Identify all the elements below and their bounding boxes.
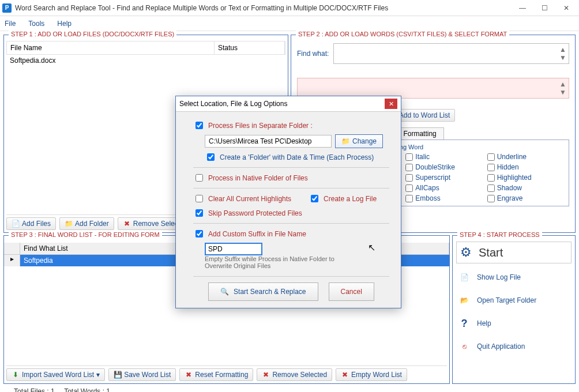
maximize-button[interactable]: ☐ bbox=[534, 2, 555, 14]
chk-shadow[interactable]: Shadow bbox=[487, 184, 565, 192]
chk-skip-password[interactable] bbox=[195, 209, 203, 217]
chk-process-separate[interactable] bbox=[195, 122, 203, 129]
cell-filename: Softpedia.docx bbox=[10, 56, 217, 65]
step4-panel: STEP 4 : START PROCESS ⚙ Start 📄 Show Lo… bbox=[452, 235, 576, 384]
chk-allcaps[interactable]: AllCaps bbox=[405, 184, 483, 192]
chk-hidden[interactable]: Hidden bbox=[487, 163, 565, 171]
chk-superscript[interactable]: Superscript bbox=[405, 174, 483, 182]
suffix-input[interactable] bbox=[205, 243, 262, 255]
change-folder-button[interactable]: 📁Change bbox=[335, 134, 383, 148]
dialog-title: Select Location, File & Log Options bbox=[179, 100, 385, 108]
folder-open-icon: 📂 bbox=[457, 293, 471, 307]
total-files-value: 1 bbox=[51, 387, 55, 392]
step1-title: STEP 1 : ADD OR LOAD FILES (DOC/DOCX/RTF… bbox=[9, 31, 176, 37]
table-row[interactable]: Softpedia.docx bbox=[6, 55, 285, 66]
reset-formatting-button[interactable]: ✖Reset Formatting bbox=[179, 368, 253, 381]
step1-table-header: File Name Status bbox=[6, 41, 285, 55]
dialog-close-button[interactable]: ✕ bbox=[385, 99, 397, 109]
col-filename[interactable]: File Name bbox=[7, 42, 215, 54]
chk-engrave[interactable]: Engrave bbox=[487, 194, 565, 202]
import-icon: ⬇ bbox=[12, 371, 20, 379]
add-files-icon: 📄 bbox=[12, 220, 20, 228]
totals-bar: Total Files : 1 Total Words : 1 bbox=[2, 385, 577, 392]
log-icon: 📄 bbox=[457, 270, 471, 284]
total-words-value: 1 bbox=[106, 387, 110, 392]
help-button[interactable]: ? Help bbox=[456, 314, 572, 333]
minimize-button[interactable]: — bbox=[512, 2, 533, 14]
col-status[interactable]: Status bbox=[215, 42, 285, 54]
empty-word-list-button[interactable]: ✖Empty Word List bbox=[336, 368, 407, 381]
empty-icon: ✖ bbox=[341, 371, 349, 379]
import-word-list-button[interactable]: ⬇Import Saved Word List ▾ bbox=[6, 368, 105, 381]
add-files-button[interactable]: 📄Add Files bbox=[6, 217, 56, 230]
find-what-label: Find what: bbox=[297, 50, 329, 58]
chk-create-log[interactable] bbox=[311, 195, 318, 202]
reset-icon: ✖ bbox=[185, 371, 193, 379]
chk-emboss[interactable]: Emboss bbox=[405, 194, 483, 202]
options-dialog: Select Location, File & Log Options ✕ Pr… bbox=[175, 96, 401, 308]
menubar: File Tools Help bbox=[0, 16, 579, 31]
step4-title: STEP 4 : START PROCESS bbox=[457, 231, 542, 238]
start-button[interactable]: ⚙ Start bbox=[456, 242, 572, 263]
step3-title: STEP 3 : FINAL WORD LIST - FOR EDITING F… bbox=[9, 231, 162, 238]
menu-file[interactable]: File bbox=[5, 20, 16, 28]
chk-italic[interactable]: Italic bbox=[405, 153, 483, 161]
chk-clear-highlights[interactable] bbox=[195, 195, 203, 202]
open-target-button[interactable]: 📂 Open Target Folder bbox=[456, 291, 572, 310]
chk-highlighted[interactable]: Highlighted bbox=[487, 174, 565, 182]
search-icon: 🔍 bbox=[220, 288, 229, 296]
chk-process-native[interactable] bbox=[195, 174, 203, 182]
show-log-button[interactable]: 📄 Show Log File bbox=[456, 268, 572, 287]
titlebar: P Word Search and Replace Tool - Find an… bbox=[0, 0, 579, 16]
cancel-button[interactable]: Cancel bbox=[329, 282, 374, 301]
row-marker: ▸ bbox=[4, 255, 20, 266]
menu-tools[interactable]: Tools bbox=[28, 20, 44, 28]
save-word-list-button[interactable]: 💾Save Word List bbox=[108, 368, 176, 381]
app-icon: P bbox=[2, 3, 12, 13]
remove-s3-icon: ✖ bbox=[262, 371, 270, 379]
start-search-replace-button[interactable]: 🔍Start Search & Replace bbox=[208, 282, 318, 301]
add-folder-icon: 📁 bbox=[65, 220, 73, 228]
gear-icon: ⚙ bbox=[459, 246, 473, 259]
step2-title: STEP 2 : ADD OR LOAD WORDS (CSV/TXT FILE… bbox=[296, 31, 509, 37]
remove-selected-s3-button[interactable]: ✖Remove Selected bbox=[257, 368, 332, 381]
window-title: Word Search and Replace Tool - Find and … bbox=[15, 4, 512, 12]
help-icon: ? bbox=[457, 316, 471, 330]
find-what-input[interactable]: ▲▼ bbox=[333, 43, 569, 64]
cell-status bbox=[217, 56, 282, 65]
folder-icon: 📁 bbox=[341, 137, 350, 145]
path-display: C:\Users\Mircea Test PC\Desktop bbox=[205, 135, 332, 148]
add-folder-button[interactable]: 📁Add Folder bbox=[59, 217, 114, 230]
chk-underline[interactable]: Underline bbox=[487, 153, 565, 161]
remove-icon: ✖ bbox=[123, 220, 131, 228]
quit-button[interactable]: ⎋ Quit Application bbox=[456, 337, 572, 356]
save-icon: 💾 bbox=[114, 371, 122, 379]
chk-add-suffix[interactable] bbox=[195, 230, 203, 238]
dialog-titlebar[interactable]: Select Location, File & Log Options ✕ bbox=[176, 96, 401, 112]
suffix-hint: Empty Suffix while Process in Native Fol… bbox=[205, 255, 343, 269]
close-button[interactable]: ✕ bbox=[556, 2, 577, 14]
exit-icon: ⎋ bbox=[457, 340, 471, 353]
menu-help[interactable]: Help bbox=[57, 20, 72, 28]
chk-doublestrike[interactable]: DoubleStrike bbox=[405, 163, 483, 171]
chk-create-folder-dt[interactable] bbox=[207, 153, 215, 161]
